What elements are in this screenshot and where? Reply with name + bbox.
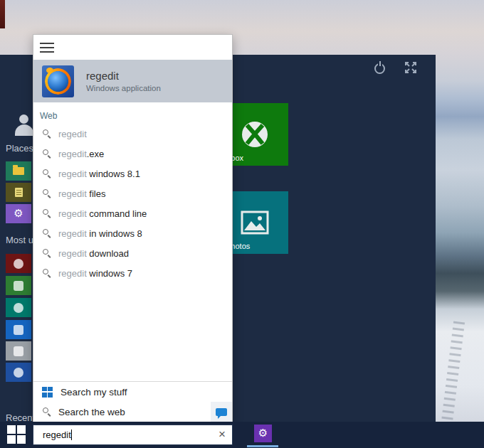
web-suggestion[interactable]: regedit command line xyxy=(33,203,232,223)
sidebar-section-places: Places xyxy=(6,143,33,154)
expand-start-button[interactable] xyxy=(403,60,419,75)
app-icon xyxy=(14,281,23,291)
firefox-icon xyxy=(42,65,74,97)
close-icon[interactable]: × xyxy=(219,427,226,442)
sidebar-item-documents[interactable] xyxy=(6,183,31,202)
running-app-indicator xyxy=(247,445,278,447)
gear-icon: ⚙ xyxy=(258,428,268,439)
start-button[interactable] xyxy=(7,425,26,444)
web-suggestion[interactable]: regedit windows 7 xyxy=(33,263,232,283)
search-my-stuff-button[interactable]: Search my stuff xyxy=(33,382,232,402)
desktop: Places ⚙ Most used Recently added All ap… xyxy=(0,0,484,448)
sidebar-app-6[interactable] xyxy=(6,363,31,382)
hamburger-menu-button[interactable] xyxy=(40,43,54,53)
result-subtitle: Windows application xyxy=(86,84,161,92)
search-icon xyxy=(42,248,52,258)
search-icon xyxy=(42,268,52,278)
taskbar-search-input[interactable]: regedit × xyxy=(33,425,233,445)
document-icon xyxy=(15,188,23,197)
web-suggestion[interactable]: regedit windows 8.1 xyxy=(33,164,232,183)
app-icon xyxy=(14,325,23,335)
search-icon xyxy=(42,169,52,178)
search-icon xyxy=(42,149,52,159)
sidebar-item-settings[interactable]: ⚙ xyxy=(6,204,31,223)
search-input-value: regedit xyxy=(43,430,71,440)
app-icon xyxy=(14,346,23,356)
feedback-bubble-icon xyxy=(216,408,227,416)
web-section-label: Web xyxy=(40,111,232,121)
search-icon xyxy=(42,129,52,139)
app-icon xyxy=(14,303,23,313)
search-flyout: regedit Windows application Web regedit … xyxy=(33,34,233,422)
sidebar-app-5[interactable] xyxy=(6,341,31,361)
sidebar-app-4[interactable] xyxy=(6,320,31,339)
expand-icon xyxy=(403,60,419,75)
taskbar-settings-app[interactable]: ⚙ xyxy=(254,425,272,442)
user-avatar[interactable] xyxy=(15,114,33,136)
gear-icon: ⚙ xyxy=(14,208,23,219)
search-icon xyxy=(42,407,52,417)
web-suggestion[interactable]: regedit in windows 8 xyxy=(33,223,232,243)
web-suggestion[interactable]: regedit xyxy=(33,124,232,144)
search-icon xyxy=(42,188,52,198)
sidebar-app-3[interactable] xyxy=(6,298,31,317)
web-suggestion[interactable]: regedit files xyxy=(33,183,232,203)
result-title: regedit xyxy=(86,70,161,82)
flyout-header xyxy=(33,35,232,60)
windows-logo-icon xyxy=(42,387,53,398)
desktop-icon-fragment xyxy=(0,0,5,28)
app-icon xyxy=(14,259,23,269)
sidebar-item-file-explorer[interactable] xyxy=(6,161,31,181)
app-icon xyxy=(14,368,23,378)
web-suggestion[interactable]: regedit.exe xyxy=(33,144,232,164)
folder-icon xyxy=(13,167,24,175)
search-the-web-button[interactable]: Search the web xyxy=(33,402,232,422)
text-caret xyxy=(71,430,72,440)
web-suggestion[interactable]: regedit download xyxy=(33,243,232,263)
search-icon xyxy=(42,208,52,218)
top-result-regedit[interactable]: regedit Windows application xyxy=(33,60,232,102)
sidebar-app-1[interactable] xyxy=(6,254,31,273)
feedback-button[interactable] xyxy=(211,402,232,422)
search-icon xyxy=(42,228,52,238)
taskbar: regedit × ⚙ xyxy=(0,422,484,448)
power-button[interactable] xyxy=(372,60,388,76)
sidebar-app-2[interactable] xyxy=(6,276,31,295)
